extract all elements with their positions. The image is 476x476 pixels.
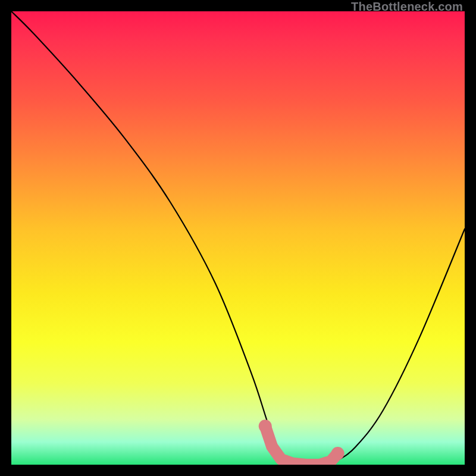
watermark-text: TheBottleneck.com	[351, 0, 463, 14]
highlight-band	[259, 419, 345, 465]
bottleneck-curve-path	[11, 11, 465, 465]
highlight-band-end	[259, 419, 272, 433]
highlight-band-stroke	[265, 426, 338, 465]
chart-svg	[11, 11, 465, 465]
chart-frame: TheBottleneck.com	[0, 0, 476, 476]
plot-area	[11, 11, 465, 465]
highlight-band-end	[331, 447, 345, 460]
